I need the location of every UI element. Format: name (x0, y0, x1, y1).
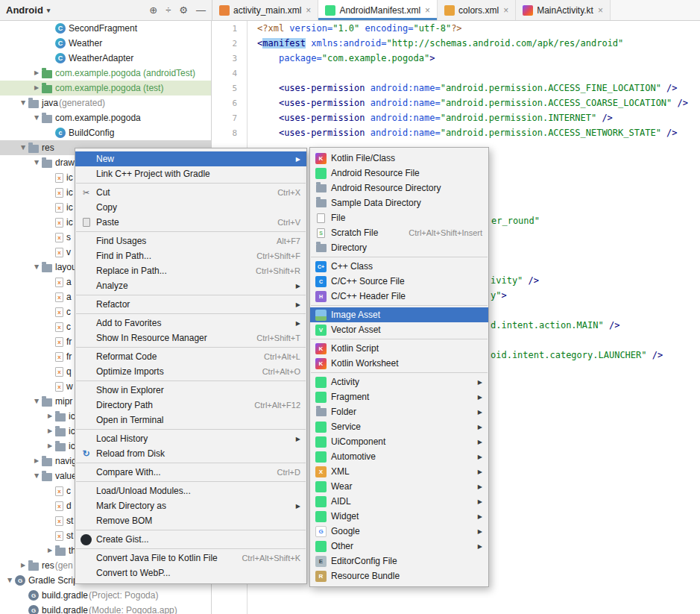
submenu-item-c-c-source-file[interactable]: CC/C++ Source File (310, 274, 488, 289)
submenu-item-file[interactable]: File (310, 210, 488, 225)
submenu-item-widget[interactable]: Widget▶ (310, 509, 488, 524)
submenu-item-resource-bundle[interactable]: RResource Bundle (310, 568, 488, 583)
menu-item-paste[interactable]: PasteCtrl+V (75, 215, 306, 230)
menu-item-mark-directory-as[interactable]: Mark Directory as▶ (75, 498, 306, 513)
expand-arrow-icon[interactable]: ▶ (45, 548, 55, 554)
menu-item-open-in-terminal[interactable]: Open in Terminal (75, 413, 306, 427)
tab-activity-main-xml[interactable]: activity_main.xml× (212, 0, 318, 20)
expand-arrow-icon[interactable]: ▶ (45, 413, 55, 419)
submenu-item-editorconfig-file[interactable]: EEditorConfig File (310, 554, 488, 568)
menu-item-add-to-favorites[interactable]: Add to Favorites▶ (75, 316, 306, 331)
project-view-selector[interactable]: Android ▾ (6, 4, 50, 16)
tree-item-weather[interactable]: CWeather (0, 36, 211, 51)
tree-item-secondfragment[interactable]: CSecondFragment (0, 21, 211, 36)
expand-arrow-icon[interactable]: ▶ (45, 443, 55, 449)
expand-arrow-icon[interactable]: ▶ (31, 70, 42, 76)
submenu-item-other[interactable]: Other▶ (310, 539, 488, 554)
expand-arrow-icon[interactable]: ▶ (45, 428, 55, 434)
menu-item-show-in-resource-manager[interactable]: Show In Resource ManagerCtrl+Shift+T (75, 331, 306, 345)
tab-close-icon[interactable]: × (503, 5, 508, 16)
tree-item-build-gradle-project-pogoda[interactable]: Gbuild.gradle (Project: Pogoda) (0, 588, 211, 603)
submenu-item-wear[interactable]: Wear▶ (310, 479, 488, 494)
tree-item-build-gradle-module-pogoda-app[interactable]: Gbuild.gradle (Module: Pogoda.app) (0, 603, 211, 614)
menu-item-analyze[interactable]: Analyze▶ (75, 278, 306, 293)
menu-item-cut[interactable]: ✂CutCtrl+X (75, 185, 306, 200)
menu-item-label: Android Resource File (328, 168, 420, 178)
menu-item-find-in-path[interactable]: Find in Path...Ctrl+Shift+F (75, 248, 306, 263)
settings-gear-icon[interactable]: ⚙ (179, 5, 188, 15)
submenu-item-kotlin-worksheet[interactable]: KKotlin Worksheet (310, 356, 488, 371)
submenu-item-automotive[interactable]: Automotive▶ (310, 449, 488, 464)
folder-icon (28, 563, 39, 571)
tab-close-icon[interactable]: × (306, 5, 311, 16)
expand-arrow-icon[interactable]: ▶ (31, 458, 42, 464)
submenu-item-folder[interactable]: Folder▶ (310, 404, 488, 419)
menu-item-create-gist[interactable]: Create Gist... (75, 532, 306, 547)
code-line: 5 <uses-permission android:name="android… (212, 81, 700, 95)
submenu-item-c-class[interactable]: C+C++ Class (310, 259, 488, 274)
submenu-item-xml[interactable]: XXML▶ (310, 464, 488, 479)
tree-item-com-example-pogoda-androidtest[interactable]: ▶com.example.pogoda (androidTest) (0, 66, 211, 81)
menu-item-convert-java-file-to-kotlin-file[interactable]: Convert Java File to Kotlin FileCtrl+Alt… (75, 551, 306, 566)
menu-item-label: C/C++ Header File (328, 291, 406, 301)
menu-item-label: C/C++ Source File (328, 276, 405, 286)
tab-colors-xml[interactable]: colors.xml× (438, 0, 516, 20)
tab-androidmanifest-xml[interactable]: AndroidManifest.xml× (318, 0, 438, 20)
code-token: "com.example.pogoda" (322, 53, 430, 63)
menu-item-replace-in-path[interactable]: Replace in Path...Ctrl+Shift+R (75, 263, 306, 278)
collapse-arrow-icon[interactable]: ▶ (7, 575, 13, 586)
submenu-item-activity[interactable]: Activity▶ (310, 375, 488, 389)
collapse-arrow-icon[interactable]: ▶ (34, 396, 40, 407)
tab-mainactivity-kt[interactable]: MainActivity.kt× (516, 0, 611, 20)
collapse-arrow-icon[interactable]: ▶ (20, 142, 26, 153)
menu-item-new[interactable]: New▶ (75, 151, 306, 166)
submenu-item-vector-asset[interactable]: VVector Asset (310, 322, 488, 337)
collapse-arrow-icon[interactable]: ▶ (34, 157, 40, 168)
menu-item-find-usages[interactable]: Find UsagesAlt+F7 (75, 234, 306, 248)
submenu-item-android-resource-directory[interactable]: Android Resource Directory (310, 181, 488, 195)
menu-item-convert-to-webp[interactable]: Convert to WebP... (75, 566, 306, 580)
tree-item-buildconfig[interactable]: cBuildConfig (0, 125, 211, 140)
menu-item-link-c-project-with-gradle[interactable]: Link C++ Project with Gradle (75, 166, 306, 181)
submenu-item-c-c-header-file[interactable]: HC/C++ Header File (310, 289, 488, 304)
submenu-item-aidl[interactable]: AIDL▶ (310, 494, 488, 509)
collapse-all-icon[interactable]: ÷ (165, 5, 171, 15)
expand-arrow-icon[interactable]: ▶ (31, 85, 42, 91)
menu-item-directory-path[interactable]: Directory PathCtrl+Alt+F12 (75, 398, 306, 413)
tab-close-icon[interactable]: × (598, 5, 603, 16)
submenu-item-scratch-file[interactable]: SScratch FileCtrl+Alt+Shift+Insert (310, 225, 488, 240)
locate-file-icon[interactable]: ⊕ (149, 5, 157, 15)
submenu-item-fragment[interactable]: Fragment▶ (310, 389, 488, 404)
tree-item-com-example-pogoda[interactable]: ▶com.example.pogoda (0, 110, 211, 125)
submenu-item-kotlin-script[interactable]: KKotlin Script (310, 341, 488, 356)
menu-item-reformat-code[interactable]: Reformat CodeCtrl+Alt+L (75, 349, 306, 364)
tree-item-weatheradapter[interactable]: CWeatherAdapter (0, 51, 211, 66)
tab-close-icon[interactable]: × (425, 5, 430, 16)
submenu-item-sample-data-directory[interactable]: Sample Data Directory (310, 195, 488, 210)
menu-item-compare-with[interactable]: Compare With...Ctrl+D (75, 465, 306, 480)
collapse-arrow-icon[interactable]: ▶ (34, 113, 40, 123)
menu-item-optimize-imports[interactable]: Optimize ImportsCtrl+Alt+O (75, 364, 306, 379)
expand-arrow-icon[interactable]: ▶ (18, 563, 28, 568)
submenu-item-google[interactable]: GGoogle▶ (310, 524, 488, 539)
collapse-arrow-icon[interactable]: ▶ (34, 471, 40, 481)
tree-item-java-generated[interactable]: ▶java (generated) (0, 95, 211, 110)
submenu-item-uicomponent[interactable]: UiComponent▶ (310, 434, 488, 449)
collapse-arrow-icon[interactable]: ▶ (34, 262, 40, 272)
hide-panel-icon[interactable]: — (196, 5, 206, 15)
submenu-item-service[interactable]: Service▶ (310, 419, 488, 434)
menu-item-copy[interactable]: Copy (75, 200, 306, 215)
menu-item-load-unload-modules[interactable]: Load/Unload Modules... (75, 483, 306, 498)
submenu-item-android-resource-file[interactable]: Android Resource File (310, 166, 488, 181)
menu-item-remove-bom[interactable]: Remove BOM (75, 513, 306, 528)
submenu-item-image-asset[interactable]: Image Asset (310, 307, 488, 322)
submenu-item-directory[interactable]: Directory (310, 240, 488, 255)
menu-item-refactor[interactable]: Refactor▶ (75, 297, 306, 312)
menu-item-reload-from-disk[interactable]: ↻Reload from Disk (75, 446, 306, 461)
menu-item-show-in-explorer[interactable]: Show in Explorer (75, 383, 306, 398)
submenu-item-kotlin-file-class[interactable]: KKotlin File/Class (310, 151, 488, 166)
tree-item-com-example-pogoda-test[interactable]: ▶com.example.pogoda (test) (0, 81, 211, 95)
menu-item-local-history[interactable]: Local History▶ (75, 431, 306, 446)
folder-icon (42, 115, 52, 123)
collapse-arrow-icon[interactable]: ▶ (20, 98, 26, 108)
